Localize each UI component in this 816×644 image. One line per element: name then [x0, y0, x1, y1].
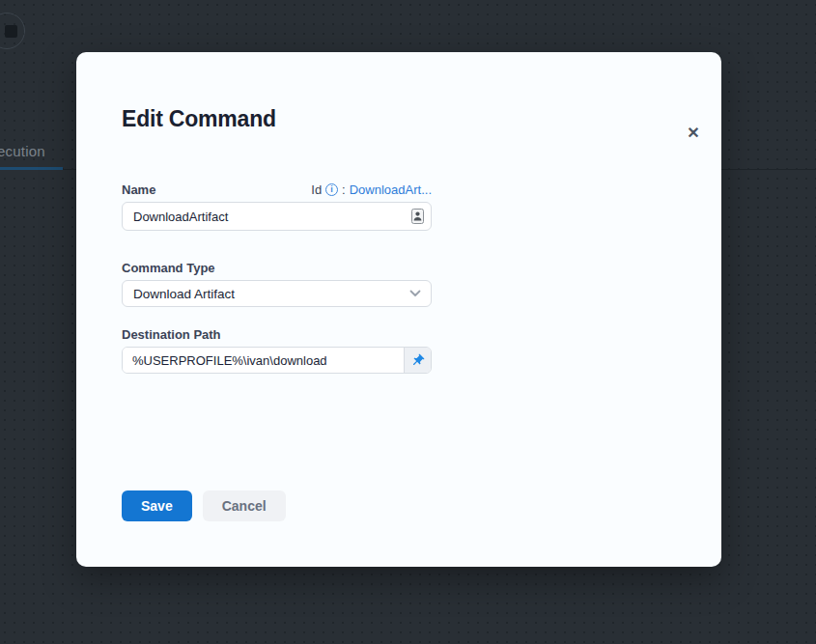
button-row: Save Cancel [122, 490, 432, 521]
destination-label: Destination Path [122, 327, 221, 342]
destination-input[interactable] [123, 348, 404, 373]
info-icon[interactable]: i [325, 183, 338, 196]
chevron-down-icon [409, 290, 421, 297]
name-field-header: Name Id i : DownloadArt... [122, 182, 432, 197]
command-type-label: Command Type [122, 261, 215, 275]
command-type-value: Download Artifact [133, 287, 235, 301]
id-group: Id i : DownloadArt... [311, 182, 432, 197]
modal-title: Edit Command [122, 104, 721, 133]
name-input-wrap [122, 202, 432, 231]
destination-header: Destination Path [122, 326, 432, 342]
destination-input-group [122, 347, 432, 374]
close-button[interactable]: ✕ [679, 118, 708, 147]
name-input[interactable] [122, 202, 432, 231]
id-link[interactable]: DownloadArt... [350, 182, 432, 197]
id-separator: : [342, 182, 346, 197]
stop-button[interactable] [0, 13, 25, 49]
name-label: Name [122, 182, 155, 197]
edit-command-modal: ✕ Edit Command Name Id i : DownloadArt..… [76, 52, 721, 567]
command-type-header: Command Type [122, 260, 432, 275]
cancel-button[interactable]: Cancel [203, 490, 286, 521]
pin-icon [408, 350, 428, 370]
autofill-contact-icon[interactable] [411, 209, 424, 224]
tab-execution[interactable]: ecution [0, 143, 45, 159]
stop-icon [5, 25, 17, 38]
active-tab-underline [0, 167, 63, 170]
form: Name Id i : DownloadArt... Command Type … [122, 182, 432, 521]
command-type-select[interactable]: Download Artifact [122, 280, 432, 307]
id-label: Id [311, 182, 322, 197]
save-button[interactable]: Save [122, 490, 192, 521]
pin-addon-button[interactable] [404, 348, 431, 373]
